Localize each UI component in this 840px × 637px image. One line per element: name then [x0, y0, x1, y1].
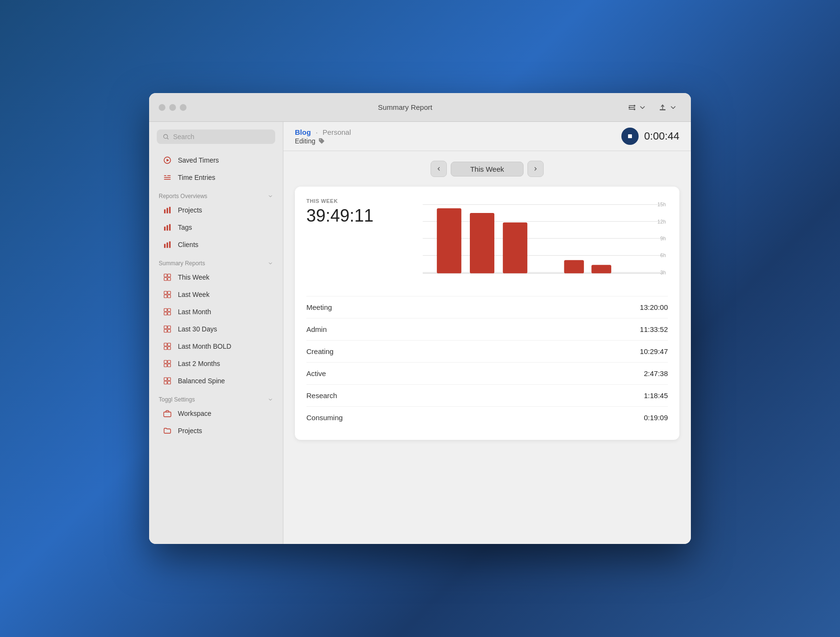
stop-icon: [627, 133, 633, 140]
report-icon-last-30-days: [163, 324, 172, 334]
data-row-label: Creating: [306, 347, 334, 355]
workspace-label: Workspace: [178, 410, 211, 417]
timer-project-type: Personal: [323, 128, 351, 136]
last-month-bold-label: Last Month BOLD: [178, 342, 231, 350]
chart-area: 15h 12h 9h 6h 3h: [385, 198, 668, 284]
svg-rect-55: [628, 134, 632, 138]
search-box[interactable]: Search: [157, 130, 275, 144]
svg-rect-67: [437, 208, 461, 273]
data-row-value: 13:20:00: [640, 303, 668, 311]
play-circle-icon: [163, 155, 172, 165]
sidebar-item-time-entries[interactable]: Time Entries: [153, 169, 279, 186]
sidebar-item-balanced-spine[interactable]: Balanced Spine: [153, 372, 279, 389]
timer-controls: 0:00:44: [621, 128, 679, 145]
svg-rect-38: [164, 330, 167, 332]
top-items-section: Saved Timers Time Entries: [149, 152, 283, 186]
prev-period-button[interactable]: [431, 161, 447, 177]
settings-button[interactable]: [624, 101, 651, 114]
traffic-lights: [159, 104, 187, 111]
svg-rect-22: [164, 244, 165, 248]
svg-rect-42: [164, 347, 167, 350]
last-30-days-label: Last 30 Days: [178, 325, 217, 333]
sidebar-item-last-2-months[interactable]: Last 2 Months: [153, 355, 279, 372]
data-row-label: Admin: [306, 325, 327, 333]
svg-rect-28: [168, 278, 171, 281]
svg-rect-7: [660, 109, 665, 110]
chevron-left-icon: [436, 166, 442, 172]
svg-rect-21: [169, 224, 171, 231]
sidebar-item-projects[interactable]: Projects: [153, 201, 279, 219]
sidebar-item-last-week[interactable]: Last Week: [153, 286, 279, 303]
stop-button[interactable]: [621, 128, 639, 145]
svg-rect-53: [164, 412, 171, 417]
tags-label: Tags: [178, 224, 192, 231]
export-button[interactable]: [654, 101, 681, 114]
svg-rect-29: [164, 291, 167, 294]
next-period-button[interactable]: [527, 161, 544, 177]
svg-rect-32: [168, 295, 171, 298]
sidebar-item-last-month-bold[interactable]: Last Month BOLD: [153, 338, 279, 355]
briefcase-icon: [163, 409, 172, 418]
reports-overviews-chevron: [268, 193, 273, 199]
toggl-settings-chevron: [268, 397, 273, 402]
svg-rect-2: [630, 107, 635, 108]
svg-rect-69: [503, 223, 527, 273]
data-row-label: Active: [306, 369, 326, 377]
sidebar-item-projects-settings[interactable]: Projects: [153, 422, 279, 439]
report-icon-balanced-spine: [163, 376, 172, 386]
sidebar-item-clients[interactable]: Clients: [153, 236, 279, 253]
time-entries-label: Time Entries: [178, 174, 215, 181]
folder-icon: [163, 426, 172, 436]
svg-rect-48: [168, 364, 171, 367]
titlebar-controls: [624, 101, 681, 114]
data-row-label: Research: [306, 391, 337, 400]
svg-rect-70: [564, 260, 584, 273]
sidebar-item-last-30-days[interactable]: Last 30 Days: [153, 320, 279, 338]
this-week-label: This Week: [178, 273, 210, 281]
active-timer-bar: Blog · Personal Editing: [283, 122, 691, 151]
svg-point-1: [633, 105, 635, 106]
timer-description-line: Editing: [295, 137, 351, 145]
data-row-value: 1:18:45: [644, 391, 668, 400]
current-period-button[interactable]: This Week: [451, 162, 524, 177]
clients-label: Clients: [178, 241, 198, 248]
last-week-label: Last Week: [178, 291, 210, 298]
saved-timers-label: Saved Timers: [178, 156, 219, 164]
bar-chart-svg: 15h 12h 9h 6h 3h: [385, 198, 668, 284]
sidebar: Search Saved Timers: [149, 122, 283, 544]
report-icon-last-month-bold: [163, 342, 172, 351]
content-area: Blog · Personal Editing: [283, 122, 691, 544]
sidebar-item-saved-timers[interactable]: Saved Timers: [153, 152, 279, 169]
report-icon-last-month: [163, 307, 172, 317]
close-button[interactable]: [159, 104, 165, 111]
sidebar-item-tags[interactable]: Tags: [153, 219, 279, 236]
data-row-value: 11:33:52: [640, 325, 668, 333]
svg-rect-51: [168, 377, 171, 380]
reports-overviews-header[interactable]: Reports Overviews: [149, 190, 283, 201]
svg-rect-0: [629, 105, 634, 106]
svg-rect-68: [470, 213, 494, 273]
app-window: Summary Report: [149, 93, 691, 544]
data-row: Meeting13:20:00: [306, 296, 668, 318]
svg-rect-18: [169, 207, 171, 213]
sidebar-item-this-week[interactable]: This Week: [153, 269, 279, 286]
data-rows-container: Meeting13:20:00Admin11:33:52Creating10:2…: [306, 296, 668, 428]
report-content: This Week THIS WEEK 39:49:11: [283, 151, 691, 544]
svg-rect-46: [164, 364, 167, 367]
data-row-label: Consuming: [306, 413, 343, 422]
minimize-button[interactable]: [169, 104, 176, 111]
summary-reports-section: Summary Reports This Week: [149, 257, 283, 389]
sidebar-item-workspace[interactable]: Workspace: [153, 405, 279, 422]
sidebar-item-last-month[interactable]: Last Month: [153, 303, 279, 320]
svg-rect-31: [168, 291, 171, 294]
timer-info: Blog · Personal Editing: [295, 128, 351, 145]
svg-rect-43: [168, 343, 171, 346]
svg-point-3: [629, 106, 630, 108]
svg-marker-11: [167, 159, 169, 162]
svg-rect-4: [629, 109, 634, 110]
data-row-label: Meeting: [306, 303, 332, 311]
maximize-button[interactable]: [180, 104, 187, 111]
toggl-settings-header[interactable]: Toggl Settings: [149, 393, 283, 405]
summary-reports-header[interactable]: Summary Reports: [149, 257, 283, 269]
svg-rect-19: [164, 227, 165, 231]
